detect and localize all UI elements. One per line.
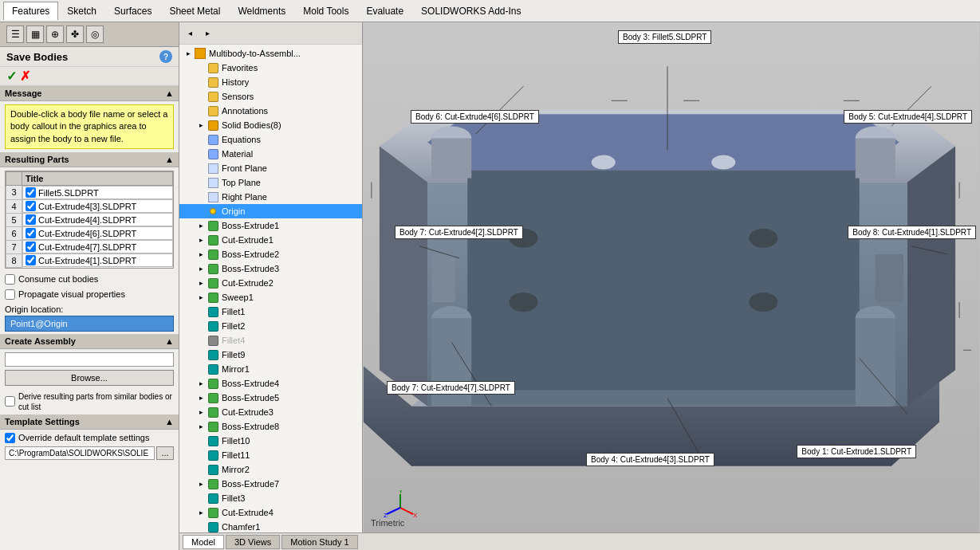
part-num: 7 [6,240,22,253]
tree-expand-arrow[interactable]: ▸ [195,509,207,517]
tree-item[interactable]: ▸ Boss-Extrude1 [179,218,362,233]
propagate-visual-checkbox[interactable] [5,289,15,300]
tree-item[interactable]: Right Plane [179,190,362,204]
part-num: 3 [6,186,22,200]
template-settings-header[interactable]: Template Settings ▲ [0,414,179,430]
tree-expand-arrow[interactable]: ▸ [195,265,207,273]
tree-item[interactable]: ▸ Boss-Extrude2 [179,247,362,261]
tree-collapse-icon[interactable]: ◂ [183,26,197,41]
template-path-input[interactable] [5,446,155,460]
panel-icon-1[interactable]: ☰ [6,26,24,43]
resulting-parts-header[interactable]: Resulting Parts ▲ [0,152,179,167]
panel-icon-3[interactable]: ⊕ [46,26,64,43]
origin-location-input[interactable] [5,316,174,332]
tree-expand-arrow[interactable]: ▸ [195,222,207,230]
tree-item[interactable]: Fillet9 [179,348,362,362]
tab-surfaces[interactable]: Surfaces [105,2,160,21]
browse-button[interactable]: Browse... [5,370,174,386]
tree-item[interactable]: Material [179,147,362,161]
tree-expand-arrow[interactable]: ▸ [195,121,207,129]
tree-item[interactable]: ▸ Solid Bodies(8) [179,118,362,132]
root-expand[interactable]: ▸ [183,49,194,57]
tree-item[interactable]: Fillet2 [179,319,362,333]
bottom-tab-3dviews[interactable]: 3D Views [226,535,280,549]
table-row[interactable]: 3 Fillet5.SLDPRT [6,186,173,200]
tree-expand-arrow[interactable]: ▸ [195,480,207,488]
tree-item[interactable]: ▸ Cut-Extrude4 [179,505,362,520]
table-row[interactable]: 4 Cut-Extrude4[3].SLDPRT [6,199,173,213]
tree-item[interactable]: ▸ Cut-Extrude2 [179,276,362,290]
consume-cut-bodies-checkbox[interactable] [5,274,15,285]
create-assembly-header[interactable]: Create Assembly ▲ [0,334,179,349]
tree-item[interactable]: Mirror2 [179,462,362,477]
tree-item[interactable]: ▸ Sweep1 [179,290,362,304]
tab-evaluate[interactable]: Evaluate [357,2,412,21]
tree-expand-arrow[interactable]: ▸ [195,279,207,287]
tree-item[interactable]: Origin [179,204,362,218]
part-checkbox[interactable] [26,214,36,225]
tree-item[interactable]: Fillet1 [179,304,362,319]
assembly-input[interactable] [5,352,174,367]
panel-icon-2[interactable]: ▦ [26,26,44,43]
table-row[interactable]: 8 Cut-Extrude4[1].SLDPRT [6,253,173,267]
bottom-tab-motion[interactable]: Motion Study 1 [281,535,357,549]
tree-expand-arrow[interactable]: ▸ [195,250,207,258]
tree-item[interactable]: Sensors [179,89,362,104]
part-checkbox[interactable] [26,201,36,211]
part-checkbox[interactable] [26,255,36,265]
table-row[interactable]: 5 Cut-Extrude4[4].SLDPRT [6,213,173,226]
tree-expand-arrow[interactable]: ▸ [195,293,207,301]
tree-item[interactable]: Fillet4 [179,333,362,348]
derive-parts-checkbox[interactable] [5,396,15,407]
part-checkbox[interactable] [26,228,36,238]
tab-sheet-metal[interactable]: Sheet Metal [160,2,229,21]
tree-item[interactable]: ▸ Cut-Extrude1 [179,233,362,247]
tree-item-label: Origin [222,206,362,216]
override-template-checkbox[interactable] [5,433,15,443]
table-row[interactable]: 6 Cut-Extrude4[6].SLDPRT [6,226,173,240]
tree-item[interactable]: Equations [179,132,362,147]
ok-button[interactable]: ✓ [6,69,17,84]
tree-expand-arrow[interactable]: ▸ [195,379,207,387]
bottom-tabs: Model 3D Views Motion Study 1 [179,532,980,550]
panel-icon-4[interactable]: ✤ [66,26,84,43]
tab-mold-tools[interactable]: Mold Tools [294,2,357,21]
tree-item[interactable]: Front Plane [179,161,362,175]
tree-item[interactable]: ▸ Boss-Extrude3 [179,261,362,276]
tree-expand-arrow[interactable]: ▸ [195,394,207,402]
tree-item[interactable]: Favorites [179,61,362,75]
tree-expand-arrow[interactable]: ▸ [195,422,207,430]
tree-item[interactable]: ▸ Cut-Extrude3 [179,405,362,419]
parts-table-container[interactable]: Title 3 Fillet5.SLDPRT 4 Cut-Extrude4[3]… [5,171,174,269]
panel-icon-5[interactable]: ◎ [86,26,104,43]
tree-root[interactable]: ▸ Multibody-to-Assembl... [179,46,362,61]
tab-weldments[interactable]: Weldments [229,2,294,21]
tab-features[interactable]: Features [3,2,58,20]
tab-addins[interactable]: SOLIDWORKS Add-Ins [412,2,529,21]
tree-item[interactable]: Annotations [179,104,362,118]
tree-item-label: Right Plane [222,192,362,202]
tree-item[interactable]: ▸ Boss-Extrude7 [179,477,362,491]
tree-item[interactable]: ▸ Boss-Extrude5 [179,391,362,405]
tree-item[interactable]: Top Plane [179,175,362,190]
table-row[interactable]: 7 Cut-Extrude4[7].SLDPRT [6,240,173,253]
tree-item[interactable]: ▸ Boss-Extrude4 [179,376,362,391]
cancel-button[interactable]: ✗ [20,69,30,84]
tree-item[interactable]: Fillet11 [179,448,362,462]
tree-item[interactable]: Fillet3 [179,491,362,505]
tree-expand-arrow[interactable]: ▸ [195,236,207,244]
template-dots-button[interactable]: ... [156,446,174,460]
part-checkbox[interactable] [26,187,36,198]
bottom-tab-model[interactable]: Model [183,535,224,549]
tree-expand-arrow[interactable]: ▸ [195,408,207,416]
tree-item[interactable]: Mirror1 [179,362,362,376]
message-section-header[interactable]: Message ▲ [0,86,179,101]
tree-item[interactable]: History [179,75,362,89]
tree-item[interactable]: ▸ Boss-Extrude8 [179,419,362,434]
help-button[interactable]: ? [159,50,172,63]
tree-expand-icon[interactable]: ▸ [200,26,214,41]
tab-sketch[interactable]: Sketch [58,2,105,21]
part-checkbox[interactable] [26,242,36,252]
tree-item-icon [207,521,219,533]
tree-item[interactable]: Fillet10 [179,434,362,448]
